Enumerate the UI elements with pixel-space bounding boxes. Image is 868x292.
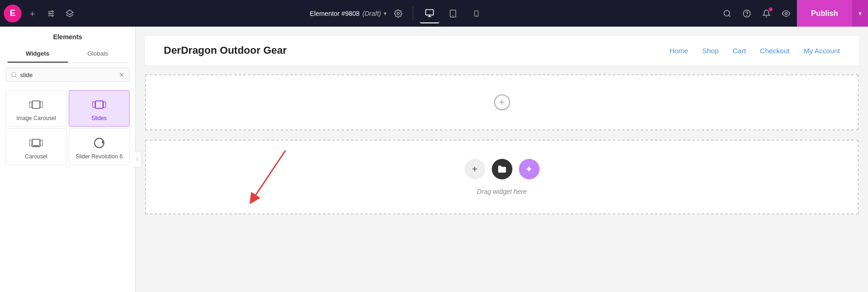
svg-point-31: [34, 145, 35, 146]
canvas-section-drop: + ✦ Drag widget here: [145, 140, 859, 214]
page-settings-button[interactable]: [390, 6, 406, 21]
add-widget-drop-button[interactable]: +: [465, 159, 485, 179]
drop-actions: + ✦: [465, 159, 540, 179]
nav-home[interactable]: Home: [670, 47, 688, 55]
nav-shop[interactable]: Shop: [702, 47, 719, 55]
svg-point-7: [397, 12, 400, 14]
tab-widgets[interactable]: Widgets: [7, 45, 68, 63]
slider-revolution-label: Slider Revolution 6: [75, 153, 123, 160]
image-carousel-icon: [29, 97, 44, 112]
template-library-button[interactable]: [492, 159, 512, 179]
tablet-view-button[interactable]: [443, 4, 463, 23]
sidebar-header: Elements Widgets Globals: [0, 27, 135, 63]
widgets-grid: Image Carousel Slides: [0, 86, 135, 169]
svg-point-5: [52, 15, 53, 16]
divider: [413, 7, 413, 21]
svg-point-19: [785, 12, 788, 14]
svg-point-4: [49, 13, 51, 14]
widget-image-carousel[interactable]: Image Carousel: [6, 90, 67, 127]
mobile-view-button[interactable]: [467, 4, 486, 23]
canvas-area: DerDragon Outdoor Gear Home Shop Cart Ch…: [136, 27, 868, 292]
sidebar: Elements Widgets Globals slide ✕: [0, 27, 136, 292]
widget-slides[interactable]: Slides: [69, 90, 130, 127]
top-bar-center: Elementor #9808 (Draft) ▾: [310, 4, 486, 23]
carousel-label: Carousel: [25, 153, 47, 160]
collapse-sidebar-button[interactable]: ‹: [133, 151, 142, 168]
svg-rect-24: [40, 102, 43, 107]
site-logo: DerDragon Outdoor Gear: [164, 44, 287, 57]
tab-globals[interactable]: Globals: [68, 45, 128, 63]
notifications-button[interactable]: [758, 5, 775, 22]
svg-marker-6: [66, 10, 73, 14]
nav-cart[interactable]: Cart: [733, 47, 746, 55]
svg-rect-30: [40, 140, 43, 146]
svg-rect-26: [93, 102, 95, 107]
svg-point-20: [12, 72, 16, 77]
svg-point-15: [724, 10, 729, 16]
publish-dropdown-button[interactable]: ▾: [852, 0, 868, 27]
add-section-button[interactable]: +: [494, 94, 510, 110]
site-header-preview: DerDragon Outdoor Gear Home Shop Cart Ch…: [145, 36, 859, 65]
nav-checkout[interactable]: Checkout: [760, 47, 789, 55]
main-layout: Elements Widgets Globals slide ✕: [0, 27, 868, 292]
svg-point-33: [37, 145, 38, 146]
title-dropdown-icon[interactable]: ▾: [384, 10, 387, 17]
search-input[interactable]: slide: [20, 71, 119, 78]
svg-line-16: [729, 15, 730, 16]
widget-slider-revolution[interactable]: Slider Revolution 6: [69, 128, 130, 165]
sidebar-title: Elements: [7, 33, 128, 41]
page-title: Elementor #9808: [310, 10, 360, 17]
svg-point-32: [36, 145, 36, 146]
slides-icon: [92, 97, 107, 112]
nav-myaccount[interactable]: My Account: [803, 47, 840, 55]
layers-button[interactable]: [62, 6, 78, 21]
slides-label: Slides: [91, 115, 107, 121]
drop-hint-text: Drag widget here: [477, 188, 527, 195]
svg-rect-27: [103, 102, 106, 107]
carousel-icon: [29, 135, 44, 150]
svg-rect-25: [95, 101, 103, 108]
publish-button[interactable]: Publish: [797, 0, 852, 27]
add-widget-button[interactable]: ＋: [24, 6, 40, 21]
top-bar: E ＋ Elementor #9808 (Draft) ▾: [0, 0, 868, 27]
help-button[interactable]: [738, 5, 756, 22]
svg-rect-29: [29, 140, 32, 146]
top-bar-left: E ＋: [0, 5, 78, 22]
sidebar-tabs: Widgets Globals: [7, 45, 128, 63]
search-clear-button[interactable]: ✕: [119, 71, 124, 78]
search-box: slide ✕: [6, 68, 130, 82]
image-carousel-label: Image Carousel: [16, 115, 56, 121]
settings-panel-button[interactable]: [43, 6, 59, 21]
svg-rect-23: [29, 102, 32, 107]
search-button[interactable]: [718, 5, 736, 22]
page-title-area[interactable]: Elementor #9808 (Draft) ▾: [310, 10, 387, 17]
desktop-view-button[interactable]: [420, 4, 439, 23]
top-bar-right: Publish ▾: [718, 0, 868, 27]
svg-line-21: [15, 76, 17, 78]
publish-button-group[interactable]: Publish ▾: [797, 0, 868, 27]
draft-label: (Draft): [363, 10, 381, 17]
search-icon: [11, 71, 17, 78]
svg-rect-8: [426, 9, 434, 15]
elementor-logo[interactable]: E: [4, 5, 22, 22]
svg-point-3: [52, 11, 53, 12]
preview-button[interactable]: [777, 5, 795, 22]
site-nav: Home Shop Cart Checkout My Account: [670, 47, 840, 55]
widget-carousel[interactable]: Carousel: [6, 128, 67, 165]
ai-button[interactable]: ✦: [519, 159, 540, 179]
svg-rect-22: [32, 101, 40, 108]
canvas-section-empty: +: [145, 74, 859, 130]
slider-revolution-icon: [92, 135, 107, 150]
